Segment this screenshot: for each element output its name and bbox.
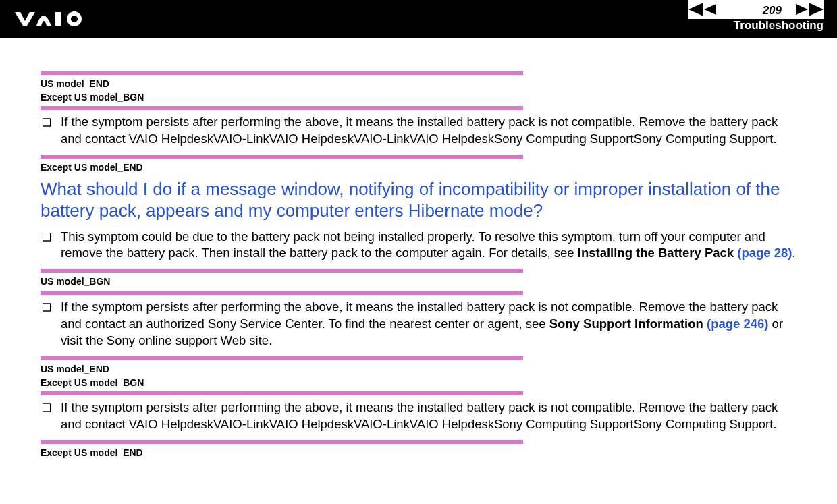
list-item: ❑ If the symptom persists after performi… [40,399,796,433]
tag-us-bgn: US model_BGN [40,275,796,287]
question-heading: What should I do if a message window, no… [40,178,796,222]
bullet-text: This symptom could be due to the battery… [61,229,796,262]
tag-us-end: US model_END [40,363,796,375]
bullet-marker-icon: ❑ [42,401,51,433]
divider-bar [40,291,523,295]
nav-arrows-container: 209 [688,0,824,19]
nav-next-outer-icon[interactable] [809,3,824,16]
divider-bar [40,106,523,110]
page-number: 209 [763,4,782,18]
bullet-marker-icon: ❑ [42,300,51,349]
list-item: ❑ This symptom could be due to the batte… [40,229,796,262]
tag-us-end: US model_END [40,78,796,90]
ref-sony-support: Sony Support Information [549,316,707,331]
page-28-link[interactable]: (page 28) [737,246,792,260]
section-title: Troubleshooting [734,19,824,32]
page-246-link[interactable]: (page 246) [707,316,769,331]
nav-next-inner-icon[interactable] [796,4,808,15]
tag-except-us-end: Except US model_END [40,161,796,173]
bullet-marker-icon: ❑ [42,115,51,148]
tag-except-us-bgn: Except US model_BGN [40,91,796,103]
svg-rect-0 [55,12,61,26]
list-item: ❑ If the symptom persists after performi… [40,299,796,349]
ref-installing-battery: Installing the Battery Pack [578,246,737,260]
tag-except-us-end: Except US model_END [40,447,796,459]
nav-prev-inner-icon[interactable] [704,4,716,15]
bullet-text: If the symptom persists after performing… [61,114,796,148]
list-item: ❑ If the symptom persists after performi… [40,114,796,148]
divider-bar [40,356,523,360]
divider-bar [40,155,523,159]
bullet-text: If the symptom persists after performing… [61,399,796,433]
bullet-text: If the symptom persists after performing… [61,299,796,349]
bullet-marker-icon: ❑ [42,230,51,262]
divider-bar [40,440,523,444]
divider-bar [40,269,523,273]
tag-except-us-bgn: Except US model_BGN [40,376,796,389]
divider-bar [40,71,523,75]
vaio-logo [14,9,108,28]
nav-prev-outer-icon[interactable] [688,3,703,16]
divider-bar [40,391,523,395]
page-header: 209 Troubleshooting [0,0,837,38]
page-content: US model_END Except US model_BGN ❑ If th… [0,38,837,474]
